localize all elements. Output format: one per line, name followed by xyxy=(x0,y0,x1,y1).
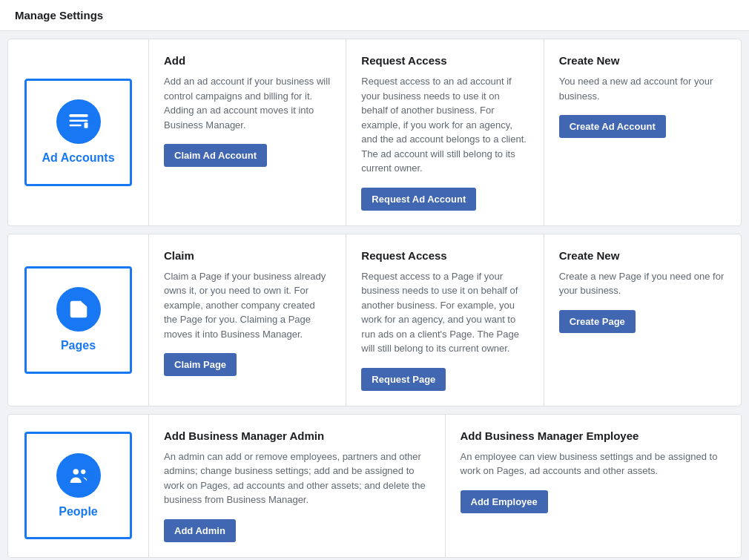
section-pages: PagesClaimClaim a Page if your business … xyxy=(7,234,742,406)
svg-rect-1 xyxy=(69,120,88,122)
claim-ad-account-button[interactable]: Claim Ad Account xyxy=(164,144,267,167)
pages-col-2-desc: Create a new Page if you need one for yo… xyxy=(559,269,726,298)
pages-col-2-title: Create New xyxy=(559,249,726,262)
pages-icon-circle xyxy=(56,287,101,332)
people-col-1-desc: An employee can view business settings a… xyxy=(461,449,727,478)
request-page-button[interactable]: Request Page xyxy=(361,368,446,391)
ad-accounts-label: Ad Accounts xyxy=(42,151,114,165)
ad-accounts-col-1-desc: Request access to an ad account if your … xyxy=(361,74,528,176)
pages-col-2: Create NewCreate a new Page if you need … xyxy=(544,234,741,406)
claim-page-button[interactable]: Claim Page xyxy=(164,353,237,376)
create-ad-account-button[interactable]: Create Ad Account xyxy=(559,115,666,138)
ad-accounts-col-0: AddAdd an ad account if your business wi… xyxy=(149,39,346,225)
main-content: Ad AccountsAddAdd an ad account if your … xyxy=(0,31,749,560)
svg-rect-2 xyxy=(69,125,81,127)
svg-rect-3 xyxy=(84,123,88,129)
people-icon-box: People xyxy=(24,432,132,539)
ad-accounts-icon-box: Ad Accounts xyxy=(24,79,132,186)
svg-point-5 xyxy=(81,469,85,473)
add-admin-button[interactable]: Add Admin xyxy=(164,519,236,542)
people-label: People xyxy=(59,505,97,518)
pages-label: Pages xyxy=(61,339,96,352)
ad-accounts-col-0-title: Add xyxy=(164,54,331,67)
ad-accounts-col-2-desc: You need a new ad account for your busin… xyxy=(559,74,726,103)
section-ad-accounts: Ad AccountsAddAdd an ad account if your … xyxy=(7,39,742,226)
pages-col-1-desc: Request access to a Page if your busines… xyxy=(361,269,528,356)
add-employee-button[interactable]: Add Employee xyxy=(461,490,548,513)
ad-accounts-col-1-title: Request Access xyxy=(361,54,528,67)
people-col-1-title: Add Business Manager Employee xyxy=(461,429,727,442)
pages-icon-wrapper: Pages xyxy=(8,234,149,406)
people-col-0-title: Add Business Manager Admin xyxy=(164,429,430,442)
pages-col-0: ClaimClaim a Page if your business alrea… xyxy=(149,234,346,406)
svg-point-4 xyxy=(73,469,79,475)
ad-accounts-icon-circle xyxy=(56,99,101,144)
pages-columns: ClaimClaim a Page if your business alrea… xyxy=(149,234,741,406)
svg-rect-0 xyxy=(69,114,88,117)
request-ad-account-button[interactable]: Request Ad Account xyxy=(361,188,476,211)
page-wrapper: Manage Settings Ad AccountsAddAdd an ad … xyxy=(0,0,749,560)
pages-col-0-desc: Claim a Page if your business already ow… xyxy=(164,269,331,342)
people-icon-wrapper: People xyxy=(8,415,149,557)
ad-accounts-col-1: Request AccessRequest access to an ad ac… xyxy=(346,39,544,225)
people-col-1: Add Business Manager EmployeeAn employee… xyxy=(446,415,742,557)
pages-col-1-title: Request Access xyxy=(361,249,528,262)
ad-accounts-col-2-title: Create New xyxy=(559,54,726,67)
page-header: Manage Settings xyxy=(0,0,749,31)
pages-col-0-title: Claim xyxy=(164,249,331,262)
pages-icon-box: Pages xyxy=(24,266,132,374)
people-col-0-desc: An admin can add or remove employees, pa… xyxy=(164,449,430,507)
ad-accounts-col-0-desc: Add an ad account if your business will … xyxy=(164,74,331,132)
pages-col-1: Request AccessRequest access to a Page i… xyxy=(346,234,544,406)
people-col-0: Add Business Manager AdminAn admin can a… xyxy=(149,415,446,557)
section-people: PeopleAdd Business Manager AdminAn admin… xyxy=(7,414,742,558)
ad-accounts-icon-wrapper: Ad Accounts xyxy=(8,39,149,225)
page-title: Manage Settings xyxy=(15,9,103,22)
ad-accounts-col-2: Create NewYou need a new ad account for … xyxy=(544,39,741,225)
ad-accounts-columns: AddAdd an ad account if your business wi… xyxy=(149,39,741,225)
people-icon-circle xyxy=(56,453,101,498)
people-columns: Add Business Manager AdminAn admin can a… xyxy=(149,415,741,557)
create-page-button[interactable]: Create Page xyxy=(559,310,636,333)
